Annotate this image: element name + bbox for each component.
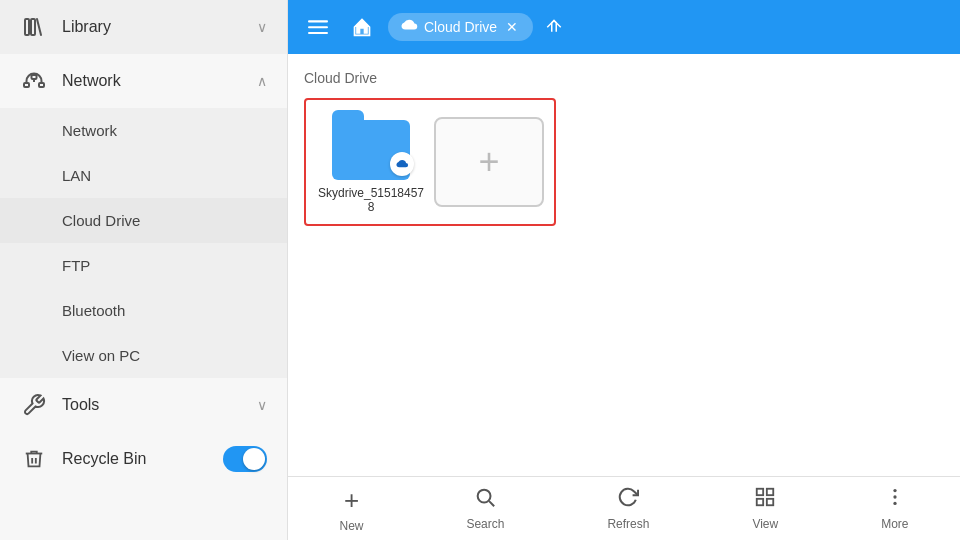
sidebar-item-ftp[interactable]: FTP: [0, 243, 287, 288]
svg-point-14: [893, 489, 896, 492]
folder-item-skydrive[interactable]: Skydrive_515184578: [316, 110, 426, 214]
recycle-bin-icon: [20, 445, 48, 473]
svg-rect-1: [31, 19, 35, 35]
sidebar-item-bluetooth[interactable]: Bluetooth: [0, 288, 287, 333]
svg-rect-2: [24, 83, 29, 87]
sidebar-item-recycle-bin[interactable]: Recycle Bin: [0, 432, 287, 486]
search-button[interactable]: Search: [450, 478, 520, 539]
sidebar-item-network[interactable]: Network ∧: [0, 54, 287, 108]
new-label: New: [339, 519, 363, 533]
sidebar-item-lan[interactable]: LAN: [0, 153, 287, 198]
tools-icon: [20, 391, 48, 419]
tab-cloud-icon: [400, 18, 418, 36]
network-icon: [20, 67, 48, 95]
home-icon[interactable]: [344, 9, 380, 45]
tab-label: Cloud Drive: [424, 19, 497, 35]
content-area: Cloud Drive Skydrive_515184578: [288, 54, 960, 476]
network-label: Network: [62, 72, 257, 90]
svg-rect-11: [767, 489, 773, 495]
network-subitems: Network LAN Cloud Drive FTP Bluetooth Vi…: [0, 108, 287, 378]
recycle-bin-toggle[interactable]: [223, 446, 267, 472]
sidebar-section-library: Library ∨: [0, 0, 287, 54]
folder-cloud-badge: [390, 152, 414, 176]
refresh-button[interactable]: Refresh: [591, 478, 665, 539]
search-label: Search: [466, 517, 504, 531]
pin-icon[interactable]: [545, 16, 563, 38]
svg-point-15: [893, 495, 896, 498]
svg-rect-3: [32, 75, 37, 79]
selection-box: Skydrive_515184578 +: [304, 98, 556, 226]
sidebar-item-network-sub[interactable]: Network: [0, 108, 287, 153]
more-icon: [884, 486, 906, 514]
view-label: View: [752, 517, 778, 531]
sidebar-item-cloud-drive[interactable]: Cloud Drive: [0, 198, 287, 243]
sidebar-section-tools: Tools ∨: [0, 378, 287, 432]
search-icon: [474, 486, 496, 514]
library-chevron-icon: ∨: [257, 19, 267, 35]
svg-rect-10: [757, 489, 763, 495]
sidebar-item-tools[interactable]: Tools ∨: [0, 378, 287, 432]
refresh-label: Refresh: [607, 517, 649, 531]
cloud-drive-tab[interactable]: Cloud Drive ✕: [388, 13, 533, 41]
sidebar-item-library[interactable]: Library ∨: [0, 0, 287, 54]
library-icon: [20, 13, 48, 41]
tools-label: Tools: [62, 396, 257, 414]
svg-rect-0: [25, 19, 29, 35]
menu-icon[interactable]: [300, 9, 336, 45]
sidebar-section-network: Network ∧ Network LAN Cloud Drive FTP Bl…: [0, 54, 287, 378]
sidebar-section-recycle-bin: Recycle Bin: [0, 432, 287, 486]
svg-rect-6: [308, 26, 328, 28]
view-button[interactable]: View: [736, 478, 794, 539]
svg-line-9: [490, 501, 495, 506]
more-label: More: [881, 517, 908, 531]
tools-chevron-icon: ∨: [257, 397, 267, 413]
add-folder-button[interactable]: +: [434, 117, 544, 207]
new-icon: +: [344, 485, 359, 516]
bottom-toolbar: + New Search Refresh: [288, 476, 960, 540]
svg-point-16: [893, 502, 896, 505]
sidebar: Library ∨ Network ∧ Network LAN Cloud Dr…: [0, 0, 288, 540]
more-button[interactable]: More: [865, 478, 924, 539]
breadcrumb: Cloud Drive: [304, 70, 944, 86]
library-label: Library: [62, 18, 257, 36]
new-button[interactable]: + New: [323, 477, 379, 541]
topbar: Cloud Drive ✕: [288, 0, 960, 54]
refresh-icon: [617, 486, 639, 514]
svg-rect-5: [308, 20, 328, 22]
svg-rect-12: [757, 499, 763, 505]
main-area: Cloud Drive ✕ Cloud Drive: [288, 0, 960, 540]
folder-shape: [332, 120, 410, 180]
svg-rect-7: [308, 32, 328, 34]
svg-rect-13: [767, 499, 773, 505]
recycle-bin-label: Recycle Bin: [62, 450, 223, 468]
add-icon: +: [478, 141, 499, 183]
tab-close-icon[interactable]: ✕: [503, 18, 521, 36]
view-icon: [754, 486, 776, 514]
folder-label: Skydrive_515184578: [316, 186, 426, 214]
folder-icon-wrapper: [331, 110, 411, 180]
sidebar-item-view-on-pc[interactable]: View on PC: [0, 333, 287, 378]
svg-rect-4: [39, 83, 44, 87]
network-chevron-icon: ∧: [257, 73, 267, 89]
svg-point-8: [478, 490, 491, 503]
